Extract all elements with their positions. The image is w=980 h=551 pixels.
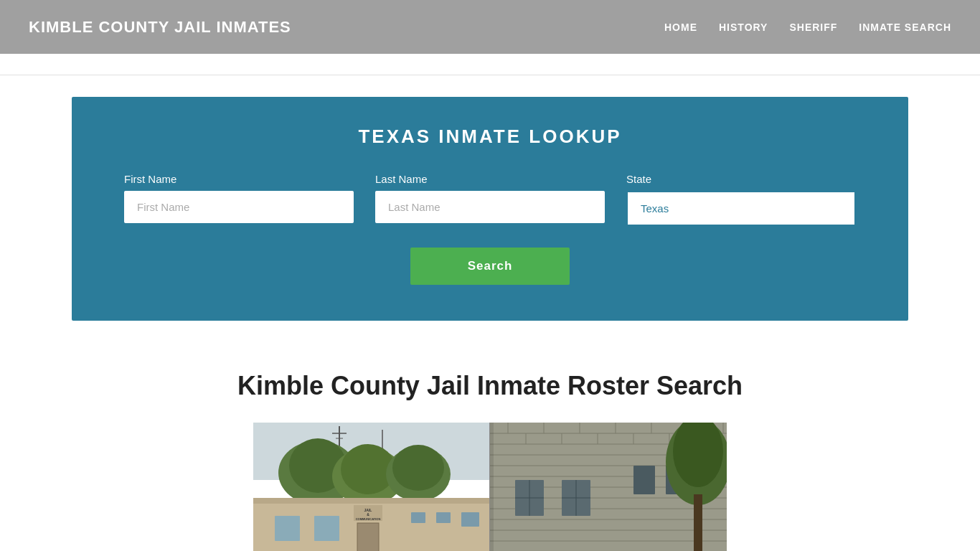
svg-text:&: & xyxy=(367,512,369,517)
svg-rect-14 xyxy=(314,516,339,541)
svg-rect-21 xyxy=(411,512,425,523)
nav-inmate-search[interactable]: INMATE SEARCH xyxy=(859,22,951,33)
site-title: KIMBLE COUNTY JAIL INMATES xyxy=(29,18,291,37)
first-name-input[interactable] xyxy=(124,191,354,223)
search-form-row: First Name Last Name State xyxy=(115,173,865,226)
svg-rect-62 xyxy=(694,494,702,551)
main-nav: HOME HISTORY SHERIFF INMATE SEARCH xyxy=(664,22,951,33)
nav-history[interactable]: HISTORY xyxy=(719,22,768,33)
svg-rect-22 xyxy=(436,512,451,523)
svg-rect-23 xyxy=(461,512,479,527)
search-button[interactable]: Search xyxy=(410,248,570,285)
svg-rect-63 xyxy=(490,423,494,551)
state-group: State xyxy=(626,173,856,226)
svg-rect-13 xyxy=(275,516,300,541)
svg-rect-58 xyxy=(633,466,655,494)
first-name-label: First Name xyxy=(124,173,354,185)
nav-home[interactable]: HOME xyxy=(664,22,697,33)
sub-header xyxy=(0,54,980,75)
svg-rect-15 xyxy=(357,523,379,551)
last-name-group: Last Name xyxy=(375,173,605,226)
first-name-group: First Name xyxy=(124,173,354,226)
svg-point-10 xyxy=(392,445,444,491)
main-content: Kimble County Jail Inmate Roster Search … xyxy=(0,342,980,551)
page-heading: Kimble County Jail Inmate Roster Search xyxy=(72,371,908,401)
svg-rect-12 xyxy=(253,498,490,504)
search-section: TEXAS INMATE LOOKUP First Name Last Name… xyxy=(72,97,908,321)
last-name-input[interactable] xyxy=(375,191,605,223)
search-button-row: Search xyxy=(115,248,865,285)
state-input[interactable] xyxy=(626,191,856,226)
nav-sheriff[interactable]: SHERIFF xyxy=(789,22,837,33)
svg-text:COMMUNICATION: COMMUNICATION xyxy=(356,517,381,521)
state-label: State xyxy=(626,173,856,185)
last-name-label: Last Name xyxy=(375,173,605,185)
search-section-title: TEXAS INMATE LOOKUP xyxy=(115,126,865,148)
building-image: JAIL & COMMUNICATION xyxy=(253,423,727,551)
site-header: KIMBLE COUNTY JAIL INMATES HOME HISTORY … xyxy=(0,0,980,54)
